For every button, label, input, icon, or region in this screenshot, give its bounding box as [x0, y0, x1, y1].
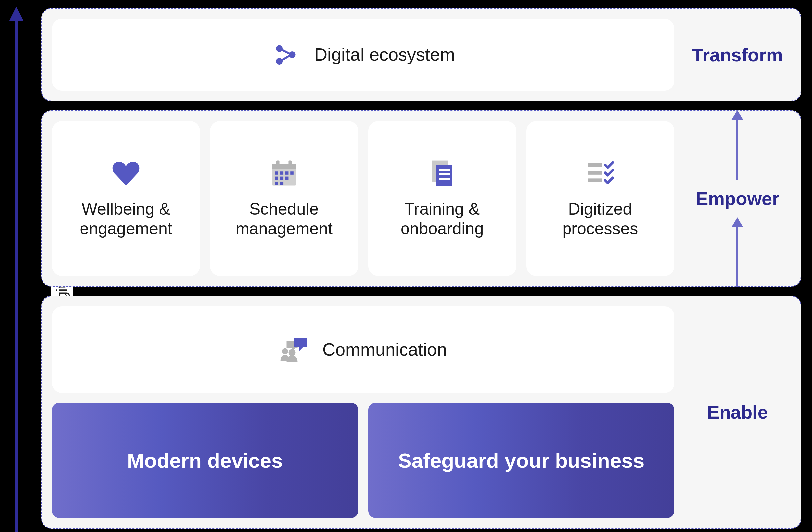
svg-rect-14	[280, 177, 284, 180]
svg-rect-8	[288, 161, 292, 166]
layer-enable-label-area: Enable	[684, 306, 791, 518]
svg-line-4	[282, 56, 289, 60]
card-communication: Communication	[52, 306, 674, 393]
svg-rect-20	[439, 169, 450, 171]
card-title: Schedule management	[217, 199, 351, 239]
svg-rect-7	[276, 161, 280, 166]
card-digitized: Digitized processes	[526, 121, 674, 276]
diagram-canvas: Digital maturity Digital ecosyste	[0, 0, 812, 532]
layer-label-enable: Enable	[707, 402, 768, 423]
calendar-icon	[267, 157, 301, 190]
card-digital-ecosystem: Digital ecosystem	[52, 19, 674, 90]
svg-rect-11	[286, 171, 289, 175]
svg-rect-13	[275, 177, 278, 180]
heart-icon	[110, 157, 143, 190]
bar-title: Safeguard your business	[398, 449, 644, 472]
document-icon	[425, 157, 459, 190]
svg-point-30	[282, 348, 288, 354]
layer-transform: Digital ecosystem Transform	[41, 8, 801, 101]
card-title: Training & onboarding	[376, 199, 509, 239]
svg-rect-28	[294, 338, 307, 347]
svg-rect-16	[275, 182, 278, 185]
svg-rect-10	[280, 171, 284, 175]
svg-marker-29	[299, 347, 303, 351]
svg-rect-6	[272, 164, 296, 169]
layer-empower-label-area: Empower	[684, 121, 791, 276]
axis-arrow-shaft	[15, 17, 18, 532]
checklist-icon	[583, 157, 617, 190]
svg-rect-15	[286, 177, 289, 180]
svg-rect-12	[290, 171, 294, 175]
svg-point-31	[288, 349, 295, 356]
layer-enable: Communication Modern devices Safeguard y…	[41, 296, 801, 529]
card-schedule: Schedule management	[210, 121, 358, 276]
bar-safeguard: Safeguard your business	[368, 403, 675, 518]
chat-icon	[279, 335, 309, 365]
svg-rect-22	[439, 178, 450, 180]
layer-empower-main: Wellbeing & engagement	[52, 121, 674, 276]
layers-column: Digital ecosystem Transform Wellb	[41, 8, 801, 529]
empower-cards-row: Wellbeing & engagement	[52, 121, 674, 276]
layer-label-transform: Transform	[692, 44, 783, 66]
layer-transform-main: Digital ecosystem	[52, 19, 674, 90]
up-arrow-icon	[731, 218, 743, 287]
card-title: Communication	[322, 339, 447, 360]
enable-bars-row: Modern devices Safeguard your business	[52, 403, 674, 518]
layer-enable-main: Communication Modern devices Safeguard y…	[52, 306, 674, 518]
share-nodes-icon	[271, 40, 301, 70]
svg-rect-23	[588, 163, 602, 167]
bar-title: Modern devices	[127, 449, 283, 472]
layer-empower: Wellbeing & engagement	[41, 110, 801, 286]
svg-point-0	[276, 45, 283, 52]
axis-arrow-head	[9, 6, 24, 21]
up-arrow-icon	[731, 110, 743, 180]
svg-rect-9	[275, 171, 278, 175]
svg-rect-21	[439, 173, 450, 176]
svg-rect-25	[588, 179, 602, 182]
svg-point-1	[289, 51, 295, 58]
card-title: Wellbeing & engagement	[59, 199, 193, 239]
svg-rect-17	[280, 182, 284, 185]
bar-modern-devices: Modern devices	[52, 403, 358, 518]
svg-rect-19	[436, 165, 452, 186]
layer-label-empower: Empower	[696, 188, 779, 209]
card-title: Digitized processes	[534, 199, 667, 239]
layer-transform-label-area: Transform	[684, 19, 791, 90]
svg-point-2	[276, 58, 283, 65]
card-wellbeing: Wellbeing & engagement	[52, 121, 200, 276]
svg-rect-24	[588, 171, 602, 175]
svg-line-3	[282, 50, 289, 54]
card-title: Digital ecosystem	[314, 44, 455, 65]
card-training: Training & onboarding	[368, 121, 516, 276]
